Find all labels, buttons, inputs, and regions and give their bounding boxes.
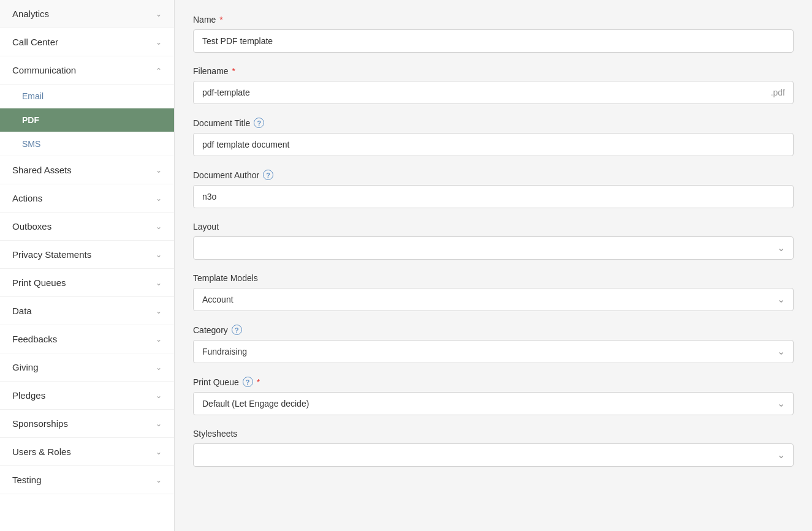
doc-author-label: Document Author ? [193,170,794,180]
sidebar-item-label: Print Queues [12,277,66,288]
chevron-down-icon: ⌄ [156,166,162,175]
sidebar-item-label: Outboxes [12,221,51,232]
name-label: Name * [193,15,794,24]
sidebar-item-print-queues[interactable]: Print Queues ⌄ [0,269,174,297]
doc-title-help-icon[interactable]: ? [254,118,264,128]
category-select[interactable]: Fundraising [193,340,794,363]
layout-label: Layout [193,222,794,232]
sidebar-item-label: Actions [12,193,42,203]
sidebar-item-pledges[interactable]: Pledges ⌄ [0,382,174,410]
sidebar-item-sponsorships[interactable]: Sponsorships ⌄ [0,410,174,438]
category-help-icon[interactable]: ? [232,325,242,335]
sidebar-item-actions[interactable]: Actions ⌄ [0,184,174,213]
name-input[interactable] [193,29,794,53]
sidebar-subitem-email[interactable]: Email [0,85,174,108]
sidebar-item-users-roles[interactable]: Users & Roles ⌄ [0,438,174,466]
print-queue-help-icon[interactable]: ? [243,377,253,387]
sidebar-item-label: Shared Assets [12,165,72,175]
sidebar-item-call-center[interactable]: Call Center ⌄ [0,28,174,56]
chevron-down-icon: ⌄ [156,307,162,315]
sidebar-subitem-pdf[interactable]: PDF [0,108,174,132]
category-label: Category ? [193,325,794,335]
sidebar-item-label: Call Center [12,37,58,47]
chevron-down-icon: ⌄ [156,335,162,344]
stylesheets-label: Stylesheets [193,429,794,439]
chevron-down-icon: ⌄ [156,363,162,372]
print-queue-select-wrapper: Default (Let Engage decide) [193,392,794,415]
sidebar-subitem-label: Email [22,91,44,101]
template-models-select[interactable]: Account [193,288,794,311]
layout-field-group: Layout [193,222,794,260]
template-models-select-wrapper: Account [193,288,794,311]
sidebar-subitem-label: SMS [22,139,40,149]
stylesheets-field-group: Stylesheets [193,429,794,467]
sidebar-item-label: Communication [12,65,76,75]
chevron-down-icon: ⌄ [156,250,162,259]
doc-title-input[interactable] [193,133,794,156]
chevron-up-icon: ⌄ [156,66,162,75]
doc-author-input[interactable] [193,185,794,208]
sidebar-item-label: Feedbacks [12,334,57,344]
stylesheets-select-wrapper [193,443,794,467]
filename-wrapper: .pdf [193,81,794,104]
chevron-down-icon: ⌄ [156,420,162,428]
category-select-wrapper: Fundraising [193,340,794,363]
sidebar-item-label: Giving [12,362,39,372]
sidebar-item-outboxes[interactable]: Outboxes ⌄ [0,213,174,241]
sidebar-item-data[interactable]: Data ⌄ [0,297,174,325]
sidebar-item-label: Users & Roles [12,446,71,457]
sidebar-item-giving[interactable]: Giving ⌄ [0,353,174,382]
sidebar-item-shared-assets[interactable]: Shared Assets ⌄ [0,156,174,184]
sidebar-item-testing[interactable]: Testing ⌄ [0,466,174,494]
sidebar-item-label: Pledges [12,390,45,401]
filename-field-group: Filename * .pdf [193,66,794,104]
print-queue-field-group: Print Queue ? * Default (Let Engage deci… [193,377,794,415]
sidebar-item-label: Sponsorships [12,418,68,429]
category-field-group: Category ? Fundraising [193,325,794,363]
sidebar: Analytics ⌄ Call Center ⌄ Communication … [0,0,175,531]
sidebar-item-feedbacks[interactable]: Feedbacks ⌄ [0,325,174,353]
chevron-down-icon: ⌄ [156,476,162,484]
main-content: Name * Filename * .pdf Document Title ? … [175,0,812,531]
doc-title-label: Document Title ? [193,118,794,128]
filename-input[interactable] [193,81,794,104]
stylesheets-select[interactable] [193,443,794,467]
chevron-down-icon: ⌄ [156,448,162,456]
sidebar-item-privacy-statements[interactable]: Privacy Statements ⌄ [0,241,174,269]
chevron-down-icon: ⌄ [156,10,162,18]
template-models-label: Template Models [193,273,794,283]
doc-author-help-icon[interactable]: ? [263,170,273,180]
sidebar-subitem-label: PDF [22,115,39,125]
chevron-down-icon: ⌄ [156,391,162,400]
chevron-down-icon: ⌄ [156,222,162,231]
name-field-group: Name * [193,15,794,53]
required-indicator: * [232,66,235,76]
layout-select[interactable] [193,236,794,260]
chevron-down-icon: ⌄ [156,194,162,203]
sidebar-item-label: Analytics [12,9,49,19]
filename-extension: .pdf [771,88,785,97]
doc-title-field-group: Document Title ? [193,118,794,156]
template-models-field-group: Template Models Account [193,273,794,311]
required-indicator: * [219,15,222,24]
print-queue-select[interactable]: Default (Let Engage decide) [193,392,794,415]
filename-label: Filename * [193,66,794,76]
sidebar-item-analytics[interactable]: Analytics ⌄ [0,0,174,28]
sidebar-item-communication[interactable]: Communication ⌄ [0,56,174,85]
required-indicator: * [257,377,260,387]
sidebar-item-label: Testing [12,475,42,485]
sidebar-subitem-sms[interactable]: SMS [0,132,174,156]
sidebar-item-label: Data [12,306,32,316]
doc-author-field-group: Document Author ? [193,170,794,208]
chevron-down-icon: ⌄ [156,279,162,287]
print-queue-label: Print Queue ? * [193,377,794,387]
chevron-down-icon: ⌄ [156,38,162,47]
layout-select-wrapper [193,236,794,260]
sidebar-item-label: Privacy Statements [12,249,91,260]
